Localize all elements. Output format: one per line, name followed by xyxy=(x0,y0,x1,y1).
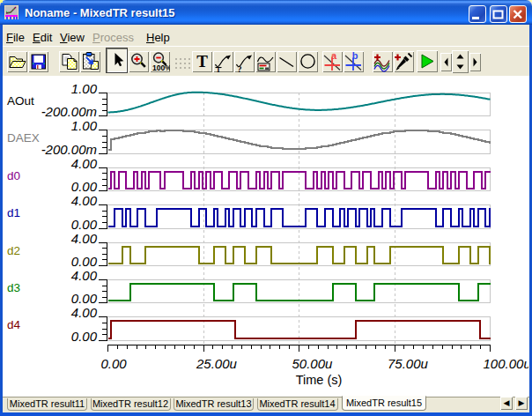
svg-text:-200.00m: -200.00m xyxy=(41,142,97,157)
svg-text:4.00: 4.00 xyxy=(71,268,98,283)
svg-text:T: T xyxy=(196,52,208,71)
svg-text:d4: d4 xyxy=(7,318,21,331)
svg-text:0.00: 0.00 xyxy=(71,179,98,194)
svg-text:a: a xyxy=(331,51,337,61)
svg-text:-200.00m: -200.00m xyxy=(41,104,97,119)
svg-text:1.00: 1.00 xyxy=(71,81,98,96)
svg-text:1.00: 1.00 xyxy=(71,118,98,133)
svg-text:100%: 100% xyxy=(152,63,170,72)
svg-text:AOut: AOut xyxy=(7,94,34,108)
svg-text:Time (s): Time (s) xyxy=(296,373,343,387)
svg-text:25.00u: 25.00u xyxy=(196,356,238,371)
svg-text:0.00: 0.00 xyxy=(71,329,98,344)
svg-text:d3: d3 xyxy=(7,281,20,294)
svg-text:4.00: 4.00 xyxy=(71,193,98,208)
svg-text:d0: d0 xyxy=(7,169,20,182)
svg-text:T: T xyxy=(216,66,221,72)
svg-text:4.00: 4.00 xyxy=(71,156,98,171)
svg-text:4.00: 4.00 xyxy=(71,231,98,246)
svg-text:?: ? xyxy=(238,64,242,72)
svg-text:100.00u: 100.00u xyxy=(484,356,529,371)
svg-text:b: b xyxy=(352,51,358,61)
svg-text:0.00: 0.00 xyxy=(71,254,98,269)
svg-text:DAEX: DAEX xyxy=(7,131,40,145)
svg-text:4.00: 4.00 xyxy=(71,305,98,320)
svg-text:d1: d1 xyxy=(7,206,20,219)
svg-text:0.00: 0.00 xyxy=(71,291,98,306)
svg-text:0.00: 0.00 xyxy=(101,356,128,371)
svg-text:0.00: 0.00 xyxy=(71,217,98,232)
svg-text:d2: d2 xyxy=(7,244,20,257)
svg-text:50.00u: 50.00u xyxy=(292,356,334,371)
svg-text:75.00u: 75.00u xyxy=(388,356,429,371)
